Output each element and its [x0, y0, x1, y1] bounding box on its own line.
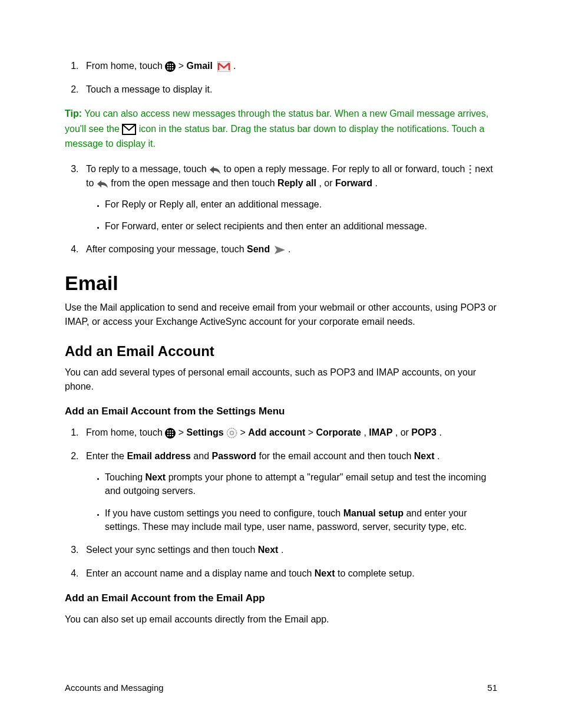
settings-steps-list: From home, touch > Settings > Add accoun…	[65, 426, 497, 581]
send-icon	[274, 245, 286, 255]
footer-section: Accounts and Messaging	[65, 683, 164, 693]
text: .	[439, 427, 441, 437]
more-vert-icon	[468, 164, 472, 175]
svg-point-1	[167, 63, 169, 65]
text: to complete setup.	[338, 568, 415, 578]
text: >	[240, 427, 249, 437]
send-label: Send	[247, 244, 270, 254]
add-from-app-heading: Add an Email Account from the Email App	[65, 592, 497, 604]
text: Touch a message to display it.	[86, 84, 212, 94]
text: From home, touch	[86, 427, 165, 437]
svg-point-22	[170, 433, 171, 434]
text: >	[308, 427, 316, 437]
email-address-label: Email address	[127, 451, 191, 461]
manual-setup-label: Manual setup	[343, 508, 404, 518]
apps-grid-icon	[165, 428, 176, 439]
settings-gear-icon	[226, 427, 237, 439]
text: ,	[363, 427, 369, 437]
svg-point-8	[170, 68, 171, 70]
text: .	[375, 178, 378, 188]
svg-point-20	[172, 430, 174, 432]
text: .	[288, 244, 290, 254]
text: , or	[319, 178, 335, 188]
text: .	[437, 451, 439, 461]
instruction-list-top: From home, touch > Gmail . Touch a messa…	[65, 59, 497, 97]
instruction-list-cont: To reply to a message, touch to open a r…	[65, 162, 497, 256]
reply-icon	[209, 165, 221, 174]
text: to open a reply message. For reply to al…	[223, 164, 467, 174]
text: To reply to a message, touch	[86, 164, 209, 174]
add-from-app-text: You can also set up email accounts direc…	[65, 612, 497, 627]
page-number: 51	[487, 683, 497, 693]
text: For Forward, enter or select recipients …	[105, 221, 427, 231]
add-account-label: Add account	[248, 427, 305, 437]
sub-step: For Forward, enter or select recipients …	[105, 219, 497, 233]
text: and	[193, 451, 211, 461]
text: >	[178, 427, 187, 437]
text: Enter the	[86, 451, 127, 461]
next-label: Next	[146, 472, 166, 482]
svg-point-19	[170, 430, 171, 432]
settings-label: Settings	[187, 427, 224, 437]
text: from the open message and then touch	[111, 178, 277, 188]
pop3-label: POP3	[411, 427, 437, 437]
svg-point-24	[167, 435, 169, 437]
text: Enter an account name and a display name…	[86, 568, 315, 578]
sub-step: Touching Next prompts your phone to atte…	[105, 470, 497, 498]
svg-point-9	[172, 68, 174, 70]
svg-rect-16	[470, 172, 471, 174]
next-label: Next	[315, 568, 335, 578]
step-3: Select your sync settings and then touch…	[81, 543, 497, 557]
page: From home, touch > Gmail . Touch a messa…	[0, 0, 562, 728]
add-account-heading: Add an Email Account	[65, 343, 497, 360]
email-heading: Email	[65, 272, 497, 295]
svg-point-6	[172, 65, 174, 67]
gmail-icon	[217, 61, 230, 72]
tip-label: Tip:	[65, 108, 82, 118]
step-2: Touch a message to display it.	[81, 83, 497, 97]
text: For Reply or Reply all, enter an additio…	[105, 199, 322, 209]
text: From home, touch	[86, 61, 165, 71]
forward-label: Forward	[335, 178, 372, 188]
svg-point-26	[172, 435, 174, 437]
email-intro: Use the Mail application to send and rec…	[65, 301, 497, 329]
svg-point-25	[170, 435, 171, 437]
svg-point-27	[227, 429, 237, 438]
gmail-label: Gmail	[187, 61, 213, 71]
reply-all-label: Reply all	[277, 178, 316, 188]
step-1: From home, touch > Gmail .	[81, 59, 497, 73]
step-4: Enter an account name and a display name…	[81, 566, 497, 581]
svg-point-21	[167, 433, 169, 434]
page-footer: Accounts and Messaging 51	[65, 683, 497, 693]
text: Select your sync settings and then touch	[86, 545, 258, 555]
step-1: From home, touch > Settings > Add accoun…	[81, 426, 497, 440]
sub-list: Touching Next prompts your phone to atte…	[86, 470, 497, 533]
svg-point-7	[167, 68, 169, 70]
text: .	[233, 61, 236, 71]
text: .	[281, 545, 283, 555]
svg-rect-15	[470, 169, 471, 170]
reply-icon	[97, 179, 108, 189]
password-label: Password	[211, 451, 256, 461]
svg-point-23	[172, 433, 174, 434]
text: >	[178, 61, 187, 71]
sub-step: If you have custom settings you need to …	[105, 506, 497, 533]
svg-point-5	[170, 65, 171, 67]
svg-point-18	[167, 430, 169, 432]
text: Touching	[105, 472, 146, 482]
step-2: Enter the Email address and Password for…	[81, 449, 497, 533]
text: After composing your message, touch	[86, 244, 247, 254]
imap-label: IMAP	[369, 427, 392, 437]
text: If you have custom settings you need to …	[105, 508, 343, 518]
apps-grid-icon	[165, 61, 176, 72]
svg-point-4	[167, 65, 169, 67]
svg-point-3	[172, 63, 174, 65]
add-from-settings-heading: Add an Email Account from the Settings M…	[65, 406, 497, 417]
corporate-label: Corporate	[316, 427, 361, 437]
next-label: Next	[258, 545, 279, 555]
sub-list: For Reply or Reply all, enter an additio…	[86, 197, 497, 233]
svg-point-28	[230, 431, 234, 435]
tip-note: Tip: You can also access new messages th…	[65, 106, 497, 151]
sub-step: For Reply or Reply all, enter an additio…	[105, 197, 497, 211]
svg-point-2	[170, 63, 171, 65]
